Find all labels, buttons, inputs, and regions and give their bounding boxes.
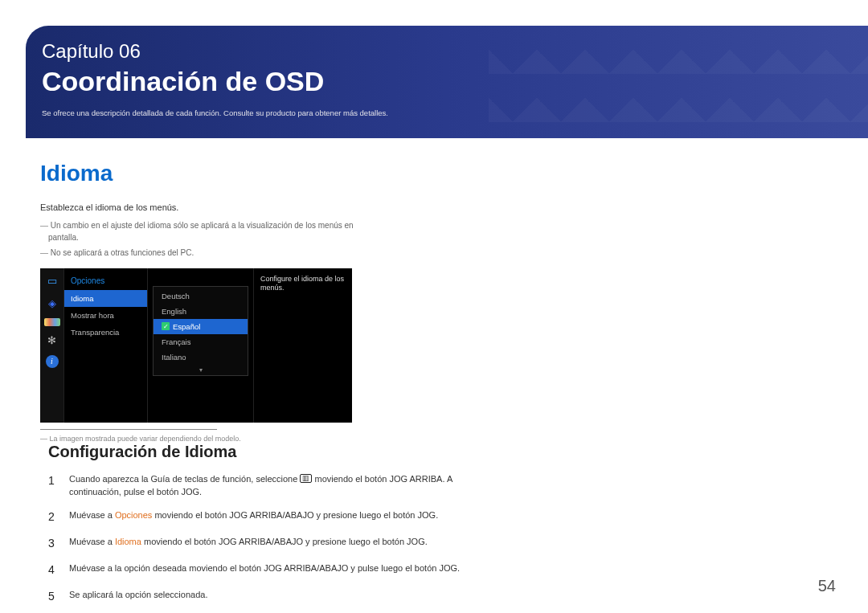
language-item-selected: ✓Español [154, 319, 248, 334]
osd-menu-title: Opciones [64, 273, 147, 290]
step-number: 5 [48, 588, 59, 605]
osd-menu-item: Mostrar hora [64, 307, 147, 324]
color-icon [44, 318, 60, 326]
step-item: 3 Muévase a Idioma moviendo el botón JOG… [48, 535, 498, 552]
banner-pattern [489, 26, 868, 138]
osd-sidebar: ▭ ◈ ✻ i [40, 268, 64, 423]
scroll-down-icon: ▾ [154, 365, 248, 374]
language-label: Deutsch [162, 292, 190, 300]
step-number: 4 [48, 562, 59, 578]
language-item: ✓Italiano [154, 349, 248, 365]
osd-preview: ▭ ◈ ✻ i Opciones Idioma Mostrar hora Tra… [40, 268, 352, 423]
note-line: Un cambio en el ajuste del idioma sólo s… [40, 219, 386, 243]
osd-help-text: Configure el idioma de los menús. [260, 275, 344, 292]
step-item: 1 Cuando aparezca la Guía de teclas de f… [48, 472, 498, 499]
language-item: ✓Français [154, 334, 248, 349]
osd-main: Opciones Idioma Mostrar hora Transparenc… [64, 268, 352, 423]
step-highlight: Opciones [115, 510, 152, 520]
step-text: Muévase a Idioma moviendo el botón JOG A… [69, 535, 498, 552]
info-glyph: i [51, 357, 53, 366]
step-item: 2 Muévase a Opciones moviendo el botón J… [48, 509, 498, 525]
step-item: 5 Se aplicará la opción seleccionada. [48, 588, 498, 605]
check-icon: ✓ [162, 322, 170, 330]
intro-text: Establezca el idioma de los menús. [40, 201, 386, 215]
step-highlight: Idioma [115, 537, 141, 546]
language-label: Français [162, 337, 190, 346]
section-heading-idioma: Idioma [40, 161, 386, 186]
subsection-heading: Configuración de Idioma [48, 443, 498, 461]
step-number: 1 [48, 472, 59, 499]
language-label: Italiano [162, 353, 186, 362]
left-column: Idioma Establezca el idioma de los menús… [40, 161, 386, 443]
step-text: Muévase a Opciones moviendo el botón JOG… [69, 509, 498, 525]
step-text-part: moviendo el botón JOG ARRIBA/ABAJO y pre… [152, 510, 438, 520]
menu-icon: ▥ [300, 474, 312, 483]
steps-list: 1 Cuando aparezca la Guía de teclas de f… [48, 472, 498, 605]
step-text-part: Muévase a [69, 537, 115, 546]
step-text: Cuando aparezca la Guía de teclas de fun… [69, 472, 498, 499]
gear-icon: ✻ [44, 333, 60, 349]
monitor-icon: ▭ [44, 273, 60, 289]
step-text-part: Cuando aparezca la Guía de teclas de fun… [69, 474, 300, 484]
language-item: ✓Deutsch [154, 288, 248, 304]
language-label: English [162, 307, 186, 316]
right-column: Configuración de Idioma 1 Cuando aparezc… [48, 443, 498, 605]
step-text-part: Muévase a [69, 510, 115, 520]
step-text: Se aplicará la opción seleccionada. [69, 588, 498, 605]
osd-language-list: ✓Deutsch ✓English ✓Español ✓Français ✓It… [148, 268, 254, 423]
footnote-rule [40, 429, 217, 430]
picture-icon: ◈ [44, 296, 60, 312]
language-item: ✓English [154, 304, 248, 319]
info-icon: i [46, 355, 59, 368]
osd-menu-item: Idioma [64, 290, 147, 307]
step-number: 2 [48, 509, 59, 525]
step-number: 3 [48, 535, 59, 552]
page-number: 54 [818, 577, 836, 595]
chapter-banner: Capítulo 06 Coordinación de OSD Se ofrec… [26, 26, 868, 138]
osd-columns: Opciones Idioma Mostrar hora Transparenc… [64, 268, 352, 423]
language-box: ✓Deutsch ✓English ✓Español ✓Français ✓It… [153, 286, 248, 376]
osd-menu-list: Opciones Idioma Mostrar hora Transparenc… [64, 268, 148, 423]
osd-menu-item: Transparencia [64, 324, 147, 341]
manual-page: Capítulo 06 Coordinación de OSD Se ofrec… [0, 0, 868, 613]
note-line: No se aplicará a otras funciones del PC. [40, 247, 386, 259]
osd-help-panel: Configure el idioma de los menús. [254, 268, 352, 423]
step-text: Muévase a la opción deseada moviendo el … [69, 562, 498, 578]
footnote-text: La imagen mostrada puede variar dependie… [40, 435, 386, 443]
step-text-part: moviendo el botón JOG ARRIBA/ABAJO y pre… [141, 537, 428, 546]
content-area: Idioma Establezca el idioma de los menús… [40, 161, 836, 605]
language-label: Español [173, 322, 200, 331]
step-item: 4 Muévase a la opción deseada moviendo e… [48, 562, 498, 578]
